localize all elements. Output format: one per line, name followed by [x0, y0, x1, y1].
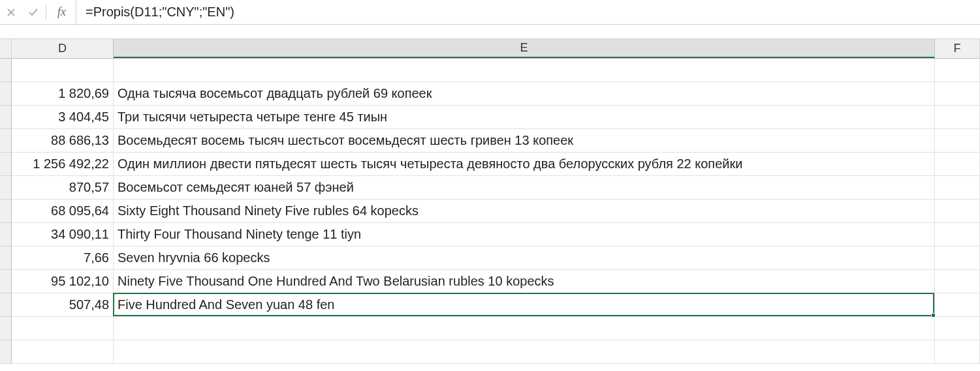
cancel-button[interactable]: [0, 0, 22, 24]
check-icon: [28, 7, 39, 18]
cell-F[interactable]: [935, 340, 980, 364]
cell-D[interactable]: 34 090,11: [12, 223, 114, 246]
row-header[interactable]: [0, 223, 12, 246]
cell-E[interactable]: Ninety Five Thousand One Hundred And Two…: [114, 270, 935, 293]
table-row: 1 820,69Одна тысяча восемьсот двадцать р…: [0, 82, 980, 106]
table-row: 34 090,11Thirty Four Thousand Ninety ten…: [0, 223, 980, 246]
cell-F[interactable]: [935, 59, 980, 82]
enter-button[interactable]: [22, 0, 44, 24]
row-header[interactable]: [0, 340, 12, 364]
select-all-corner[interactable]: [0, 39, 12, 58]
cell-F[interactable]: [935, 153, 980, 176]
row-header[interactable]: [0, 59, 12, 82]
cell-D[interactable]: 68 095,64: [12, 200, 114, 223]
cell-E[interactable]: [114, 59, 935, 82]
col-header-E[interactable]: E: [114, 39, 935, 58]
cell-E[interactable]: Один миллион двести пятьдесят шесть тыся…: [114, 153, 935, 176]
table-row: 507,48Five Hundred And Seven yuan 48 fen: [0, 293, 980, 317]
table-row: 7,66Seven hryvnia 66 kopecks: [0, 246, 980, 270]
row-header[interactable]: [0, 82, 12, 106]
cell-E[interactable]: Восемьсот семьдесят юаней 57 фэней: [114, 176, 935, 200]
row-header[interactable]: [0, 270, 12, 293]
cell-E[interactable]: Три тысячи четыреста четыре тенге 45 тиы…: [114, 106, 935, 129]
table-row: 3 404,45Три тысячи четыреста четыре тенг…: [0, 106, 980, 129]
cell-D[interactable]: 95 102,10: [12, 270, 114, 293]
cell-D[interactable]: 3 404,45: [12, 106, 114, 129]
table-row: 1 256 492,22Один миллион двести пятьдеся…: [0, 153, 980, 176]
cell-E[interactable]: Seven hryvnia 66 kopecks: [114, 246, 935, 270]
cell-E[interactable]: Five Hundred And Seven yuan 48 fen: [114, 293, 935, 317]
cell-D[interactable]: [12, 317, 114, 340]
row-header[interactable]: [0, 317, 12, 340]
row-header[interactable]: [0, 246, 12, 270]
cell-D[interactable]: [12, 59, 114, 82]
cell-F[interactable]: [935, 270, 980, 293]
cell-E[interactable]: [114, 317, 935, 340]
row-header[interactable]: [0, 176, 12, 200]
row-header[interactable]: [0, 200, 12, 223]
formula-bar-separator: [46, 5, 46, 19]
fx-button[interactable]: fx: [48, 0, 76, 24]
cell-F[interactable]: [935, 200, 980, 223]
col-header-D-label: D: [58, 42, 67, 55]
table-row: 88 686,13Восемьдесят восемь тысяч шестьс…: [0, 129, 980, 153]
col-header-F-label: F: [954, 42, 961, 55]
row-header[interactable]: [0, 129, 12, 153]
cell-E[interactable]: Thirty Four Thousand Ninety tenge 11 tiy…: [114, 223, 935, 246]
header-gap: [0, 25, 980, 39]
row-header[interactable]: [0, 153, 12, 176]
row-header[interactable]: [0, 293, 12, 317]
cell-F[interactable]: [935, 223, 980, 246]
cell-E[interactable]: [114, 340, 935, 364]
cell-E[interactable]: Восемьдесят восемь тысяч шестьсот восемь…: [114, 129, 935, 153]
cell-F[interactable]: [935, 293, 980, 317]
formula-bar: fx: [0, 0, 980, 25]
cell-D[interactable]: 1 256 492,22: [12, 153, 114, 176]
table-row: [0, 340, 980, 364]
table-row: 870,57Восемьсот семьдесят юаней 57 фэней: [0, 176, 980, 200]
cell-D[interactable]: 507,48: [12, 293, 114, 317]
cell-F[interactable]: [935, 129, 980, 153]
x-icon: [6, 7, 16, 18]
cell-D[interactable]: 1 820,69: [12, 82, 114, 106]
table-row: [0, 317, 980, 340]
cell-F[interactable]: [935, 176, 980, 200]
cell-F[interactable]: [935, 246, 980, 270]
table-row: [0, 59, 980, 82]
cell-D[interactable]: 7,66: [12, 246, 114, 270]
table-row: 68 095,64Sixty Eight Thousand Ninety Fiv…: [0, 200, 980, 223]
col-header-D[interactable]: D: [12, 39, 114, 58]
spreadsheet-grid: D E F 1 820,69Одна тысяча восемьсот двад…: [0, 39, 980, 364]
grid-body: 1 820,69Одна тысяча восемьсот двадцать р…: [0, 59, 980, 364]
cell-E[interactable]: Sixty Eight Thousand Ninety Five rubles …: [114, 200, 935, 223]
cell-D[interactable]: [12, 340, 114, 364]
col-header-F[interactable]: F: [935, 39, 980, 58]
table-row: 95 102,10Ninety Five Thousand One Hundre…: [0, 270, 980, 293]
column-headers: D E F: [0, 39, 980, 59]
cell-E[interactable]: Одна тысяча восемьсот двадцать рублей 69…: [114, 82, 935, 106]
col-header-E-label: E: [520, 41, 528, 55]
cell-F[interactable]: [935, 106, 980, 129]
row-header[interactable]: [0, 106, 12, 129]
cell-D[interactable]: 88 686,13: [12, 129, 114, 153]
cell-F[interactable]: [935, 317, 980, 340]
cell-F[interactable]: [935, 82, 980, 106]
fx-label: fx: [57, 5, 66, 19]
formula-input[interactable]: [79, 0, 980, 24]
cell-D[interactable]: 870,57: [12, 176, 114, 200]
